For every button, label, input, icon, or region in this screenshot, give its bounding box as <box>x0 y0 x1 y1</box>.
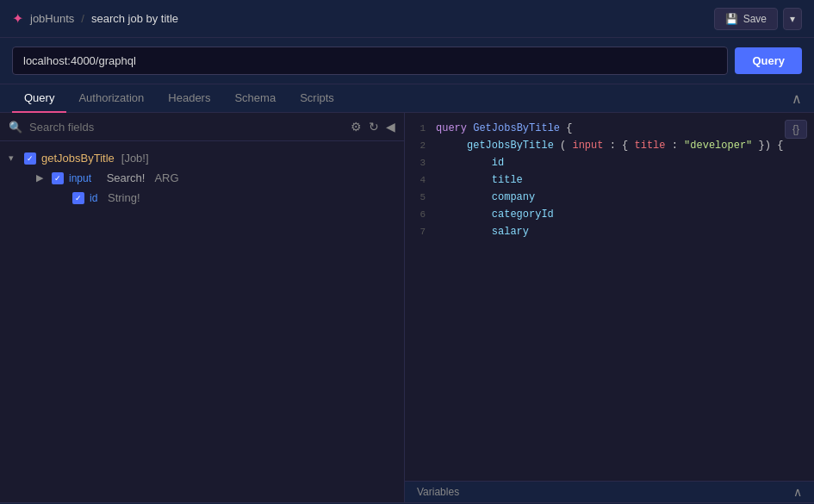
page-title: search job by title <box>91 12 178 25</box>
tree-id-item[interactable]: ✓ id String! <box>48 188 404 208</box>
tree-input-type: Search! <box>107 171 146 184</box>
save-chevron-button[interactable]: ▾ <box>783 8 802 30</box>
url-bar: Query <box>0 38 814 84</box>
main-tabs: Query Authorization Headers Schema Scrip… <box>12 84 346 112</box>
tab-schema[interactable]: Schema <box>222 84 288 113</box>
url-input[interactable] <box>12 47 728 75</box>
tree-checkbox-id[interactable]: ✓ <box>72 192 84 204</box>
tree-input-label: input <box>69 172 91 184</box>
variables-collapse-button[interactable]: ∧ <box>793 485 802 499</box>
tab-query[interactable]: Query <box>12 84 66 113</box>
tab-authorization[interactable]: Authorization <box>66 84 156 113</box>
filter-icon-button[interactable]: ⚙ <box>351 120 362 134</box>
query-button[interactable]: Query <box>735 47 802 74</box>
collapse-button[interactable]: ∧ <box>792 90 802 107</box>
tab-scripts[interactable]: Scripts <box>288 84 346 113</box>
tree-chevron-down-icon: ▾ <box>9 152 19 164</box>
search-input[interactable] <box>29 121 344 134</box>
tree-root-item[interactable]: ▾ ✓ getJobsByTitle [Job!] <box>0 148 404 168</box>
code-toolbar: {} <box>785 120 807 139</box>
tree-checkbox-input[interactable]: ✓ <box>52 172 64 184</box>
refresh-icon-button[interactable]: ↻ <box>369 120 379 134</box>
tree-checkbox-root[interactable]: ✓ <box>24 152 36 165</box>
tree-id-type: String! <box>104 191 140 204</box>
code-line-6: 6 categoryId <box>405 206 814 223</box>
left-panel: 🔍 ⚙ ↻ ◀ ▾ ✓ getJobsByTitle [Job!] ▶ <box>0 113 405 502</box>
breadcrumb-separator: / <box>81 12 84 25</box>
save-icon: 💾 <box>725 13 738 25</box>
bracket-icon-button[interactable]: {} <box>785 120 807 139</box>
search-icon: 🔍 <box>9 121 22 134</box>
code-line-3: 3 id <box>405 154 814 171</box>
tree-input-arg: ARG <box>152 171 178 184</box>
search-bar: 🔍 ⚙ ↻ ◀ <box>0 113 404 141</box>
save-button[interactable]: 💾 Save <box>714 8 778 30</box>
right-panel: {} 1 query GetJobsByTitle { 2 getJobsByT… <box>405 113 814 502</box>
variables-label: Variables <box>417 486 459 498</box>
code-line-4: 4 title <box>405 171 814 189</box>
code-line-7: 7 salary <box>405 223 814 240</box>
tree-root-type: [Job!] <box>121 152 149 165</box>
query-tree: ▾ ✓ getJobsByTitle [Job!] ▶ ✓ input Sear… <box>0 141 404 502</box>
main-content: 🔍 ⚙ ↻ ◀ ▾ ✓ getJobsByTitle [Job!] ▶ <box>0 113 814 502</box>
tree-input-chevron-icon: ▶ <box>36 172 47 184</box>
code-line-2: 2 getJobsByTitle ( input : { title : "de… <box>405 137 814 154</box>
collapse-tree-button[interactable]: ◀ <box>386 120 395 134</box>
tree-input-item[interactable]: ▶ ✓ input Search! ARG <box>28 168 404 188</box>
code-line-1: 1 query GetJobsByTitle { <box>405 120 814 137</box>
logo-icon: ✦ <box>12 10 23 27</box>
tree-id-label: id <box>90 192 97 204</box>
breadcrumb: ✦ jobHunts / search job by title <box>12 10 178 27</box>
project-name: jobHunts <box>30 12 74 25</box>
top-bar: ✦ jobHunts / search job by title 💾 Save … <box>0 0 814 38</box>
toolbar-icons: ⚙ ↻ ◀ <box>351 120 395 134</box>
tree-root-label: getJobsByTitle <box>41 152 115 165</box>
code-line-5: 5 company <box>405 189 814 206</box>
code-editor: 1 query GetJobsByTitle { 2 getJobsByTitl… <box>405 113 814 481</box>
tab-headers[interactable]: Headers <box>156 84 222 113</box>
top-bar-actions: 💾 Save ▾ <box>714 8 802 30</box>
variables-row: Variables ∧ <box>405 481 814 502</box>
tabs-row: Query Authorization Headers Schema Scrip… <box>0 84 814 113</box>
